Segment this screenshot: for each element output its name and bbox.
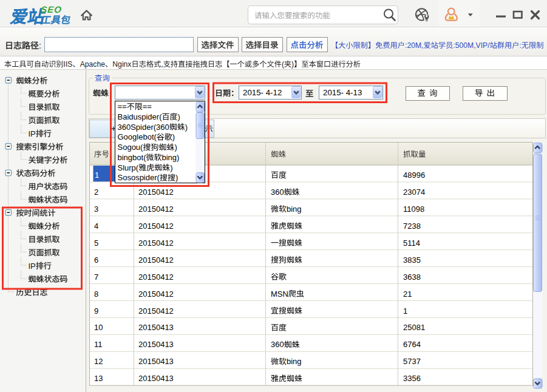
- svg-text:IP: IP: [29, 262, 36, 271]
- svg-text::: :: [520, 41, 522, 50]
- svg-text:3835: 3835: [403, 255, 421, 265]
- svg-text:2015- 4-12: 2015- 4-12: [243, 88, 282, 97]
- svg-text:25081: 25081: [403, 323, 425, 332]
- svg-text:9: 9: [94, 306, 98, 316]
- svg-text:IIS: IIS: [64, 60, 73, 69]
- svg-text:8: 8: [94, 289, 98, 299]
- svg-text:20150412: 20150412: [138, 188, 174, 197]
- svg-text:360: 360: [271, 188, 284, 197]
- svg-text:bing: bing: [287, 357, 302, 366]
- svg-text:2015- 4-13: 2015- 4-13: [323, 88, 362, 97]
- svg-text:Nginx: Nginx: [112, 60, 131, 69]
- svg-text:20150413: 20150413: [138, 340, 174, 349]
- svg-text:20150413: 20150413: [138, 323, 174, 332]
- svg-text:Sogou(: Sogou(: [118, 143, 144, 152]
- svg-text:==: ==: [143, 102, 152, 111]
- svg-text:1: 1: [95, 171, 99, 180]
- svg-text:11: 11: [94, 340, 103, 349]
- svg-text:Slurp(: Slurp(: [118, 163, 139, 172]
- svg-text:5: 5: [94, 238, 98, 248]
- svg-text:(: (: [282, 60, 284, 69]
- svg-text:10: 10: [94, 323, 103, 332]
- svg-text:20150413: 20150413: [138, 374, 174, 383]
- svg-text::500M,VIP/: :500M,VIP/: [453, 41, 490, 50]
- svg-text:SEO: SEO: [40, 5, 62, 15]
- svg-text:20150412: 20150412: [138, 272, 174, 282]
- svg-text:11098: 11098: [403, 204, 424, 214]
- svg-text::: :: [39, 41, 41, 50]
- svg-text:12: 12: [94, 357, 103, 366]
- svg-text:): ): [175, 173, 178, 182]
- svg-text:7: 7: [94, 272, 98, 282]
- svg-text:): ): [174, 143, 177, 152]
- svg-text:3638: 3638: [403, 272, 421, 282]
- svg-text:5114: 5114: [403, 238, 420, 248]
- svg-text:2: 2: [94, 188, 98, 197]
- svg-text:Baiduspider(: Baiduspider(: [118, 112, 163, 121]
- svg-text:23074: 23074: [403, 188, 425, 197]
- svg-text:20150412: 20150412: [138, 204, 174, 214]
- svg-text:MSN: MSN: [271, 289, 288, 299]
- svg-text:360: 360: [271, 340, 284, 349]
- svg-text:): ): [172, 132, 175, 141]
- svg-text:3: 3: [94, 204, 98, 214]
- svg-text:IP: IP: [29, 129, 36, 138]
- svg-text:21: 21: [403, 289, 412, 299]
- svg-text:6764: 6764: [403, 340, 421, 349]
- svg-text:7238: 7238: [403, 221, 421, 231]
- svg-text::20M,: :20M,: [405, 41, 423, 50]
- svg-text:,: ,: [161, 60, 163, 69]
- svg-text:): ): [178, 112, 180, 121]
- svg-text:bingbot(: bingbot(: [118, 153, 147, 162]
- svg-text:6: 6: [94, 255, 98, 265]
- svg-text:20150412: 20150412: [138, 306, 174, 316]
- svg-text:): ): [170, 163, 172, 172]
- svg-text:13: 13: [94, 374, 103, 383]
- svg-text:): ): [185, 123, 188, 132]
- svg-text:20150412: 20150412: [138, 221, 174, 231]
- svg-text:Apache: Apache: [80, 60, 106, 69]
- svg-text:3356: 3356: [403, 374, 421, 383]
- svg-text:360Spider(360: 360Spider(360: [118, 123, 169, 132]
- svg-text:20150412: 20150412: [138, 255, 174, 265]
- svg-text:==: ==: [118, 102, 127, 111]
- svg-text:5737: 5737: [403, 357, 421, 366]
- svg-text:Googlebot(: Googlebot(: [118, 132, 157, 141]
- svg-text:48996: 48996: [403, 171, 425, 180]
- svg-text:20150412: 20150412: [138, 289, 174, 299]
- svg-text:bing: bing: [287, 204, 302, 214]
- svg-text:): ): [291, 60, 294, 69]
- svg-text:4: 4: [94, 221, 98, 231]
- svg-text:20150412: 20150412: [138, 238, 174, 248]
- svg-text:Sosospider(: Sosospider(: [118, 173, 160, 182]
- svg-text:20150413: 20150413: [138, 357, 174, 366]
- svg-text:1: 1: [403, 306, 407, 316]
- svg-text:bing): bing): [162, 153, 180, 162]
